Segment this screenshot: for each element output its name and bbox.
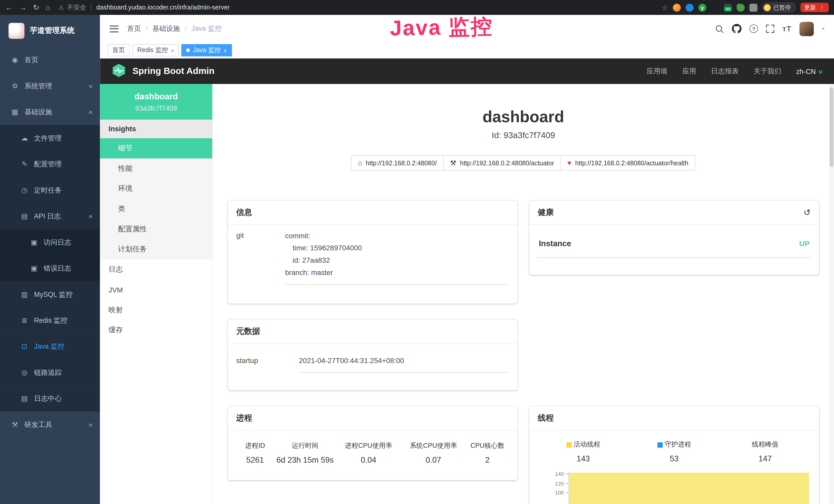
infrastructure-icon: ▦	[10, 108, 19, 116]
sidebar-item-system-management[interactable]: ⚙ 系统管理 ∨	[0, 73, 100, 99]
extension-icon-green-y[interactable]: y	[698, 3, 706, 11]
scrollbar-thumb[interactable]	[830, 87, 833, 167]
sba-section-insights: Insights	[100, 120, 212, 138]
sidebar-item-file-management[interactable]: ☁ 文件管理	[0, 125, 100, 151]
sidebar-item-config-management[interactable]: ✎ 配置管理	[0, 151, 100, 177]
sba-instance-block[interactable]: dashboard 93a3fc7f7409	[100, 84, 212, 120]
caret-down-icon[interactable]: ▾	[822, 26, 824, 31]
sba-nav-about[interactable]: 关于我们	[753, 67, 781, 76]
sba-item-mappings[interactable]: 映射	[100, 300, 212, 320]
chart-y-axis: 140 120 100	[538, 472, 569, 504]
card-title: 元数据	[236, 326, 260, 336]
annotation-java-monitor: Java 监控	[390, 12, 493, 43]
bookmark-star-icon[interactable]: ☆	[662, 3, 668, 11]
link-actuator-url[interactable]: ⚒ http://192.168.0.2:48080/actuator	[443, 155, 561, 171]
link-url: http://192.168.0.2:48080/actuator	[460, 159, 554, 167]
hamburger-icon[interactable]	[110, 25, 119, 32]
sidebar-item-error-logs[interactable]: ▣ 错误日志	[0, 255, 100, 281]
close-icon[interactable]: ×	[171, 47, 174, 53]
sidebar-item-log-center[interactable]: ▤ 日志中心	[0, 385, 100, 411]
browser-menu-icon[interactable]: ⋮	[819, 4, 825, 11]
history-icon[interactable]: ↺	[804, 207, 811, 217]
help-icon[interactable]: ?	[749, 24, 758, 33]
extension-icon-on[interactable]: on	[724, 3, 732, 11]
fullscreen-icon[interactable]	[766, 24, 774, 33]
tab-java-monitor[interactable]: Java 监控 ×	[182, 44, 232, 56]
log-icon: ▣	[30, 238, 38, 246]
tab-redis-monitor[interactable]: Redis 监控 ×	[133, 44, 179, 56]
sidebar-item-api-logs[interactable]: ▤ API 日志 ∧	[0, 203, 100, 229]
avatar[interactable]	[799, 22, 814, 36]
extension-icon-blue-drop[interactable]	[685, 3, 694, 11]
sidebar-item-dev-tools[interactable]: ⚒ 研发工具 ∨	[0, 412, 100, 437]
metadata-value: 2021-04-27T00:44:31.254+08:00	[299, 357, 509, 373]
chevron-up-icon: ∧	[88, 213, 93, 219]
home-icon: ⌂	[358, 159, 362, 167]
gear-icon: ⚙	[10, 82, 19, 90]
legend-label-row: 守护进程	[629, 440, 720, 449]
sidebar-item-scheduled-tasks[interactable]: ◷ 定时任务	[0, 177, 100, 203]
locale-selector[interactable]: zh-CN ∨	[796, 67, 822, 75]
back-icon[interactable]: ←	[5, 4, 13, 11]
chart-plot-area	[569, 472, 811, 504]
info-card-header: 信息	[227, 201, 518, 225]
extension-icon-leaf[interactable]	[737, 3, 745, 11]
scrollbar[interactable]	[829, 84, 834, 504]
tab-home[interactable]: 首页	[107, 44, 130, 56]
sba-item-performance[interactable]: 性能	[100, 158, 212, 179]
sba-item-details[interactable]: 细节	[100, 138, 212, 158]
sba-nav: 应用墙 应用 日志报表 关于我们 zh-CN ∨	[647, 67, 822, 76]
link-service-url[interactable]: ⌂ http://192.168.0.2:48080/	[351, 155, 444, 171]
sidebar-item-home[interactable]: ◉ 首页	[0, 47, 100, 73]
process-table: 进程ID 5261 运行时间 6d 23h 15m 59s 进程CPU使用率	[236, 441, 509, 464]
sba-nav-applications[interactable]: 应用	[682, 67, 696, 76]
health-card-body: Instance UP	[529, 225, 819, 269]
app-title: 芋道管理系统	[30, 26, 74, 36]
clock-icon: ◷	[20, 186, 29, 194]
sba-item-jvm[interactable]: JVM	[100, 280, 212, 300]
sba-nav-journal[interactable]: 日志报表	[711, 67, 739, 76]
sidebar-item-tracing[interactable]: ◎ 链路追踪	[0, 360, 100, 385]
sidebar-item-access-logs[interactable]: ▣ 访问日志	[0, 229, 100, 255]
refresh-icon[interactable]: ↻	[33, 4, 39, 11]
legend-peak-threads: 线程峰值 147	[720, 440, 811, 463]
sba-item-environment[interactable]: 环境	[100, 179, 212, 199]
breadcrumb-infrastructure[interactable]: 基础设施	[152, 24, 180, 33]
close-icon[interactable]: ×	[223, 47, 227, 53]
extensions-puzzle-icon[interactable]	[749, 3, 758, 11]
link-health-url[interactable]: ♥ http://192.168.0.2:48080/actuator/heal…	[561, 155, 695, 171]
sba-nav-wallboard[interactable]: 应用墙	[647, 67, 667, 76]
breadcrumb-home[interactable]: 首页	[127, 24, 141, 33]
extension-icon-orange[interactable]	[673, 3, 681, 11]
sba-item-caches[interactable]: 缓存	[100, 320, 212, 340]
legend-daemon-threads: 守护进程 53	[629, 440, 720, 463]
update-button[interactable]: 更新 ⋮	[800, 3, 829, 12]
process-value-cell: 5261	[236, 455, 274, 464]
sba-item-classes[interactable]: 类	[100, 199, 212, 219]
sidebar-item-label: 基础设施	[24, 107, 52, 117]
health-card-header: 健康 ↺	[529, 201, 819, 225]
github-icon[interactable]	[732, 24, 742, 33]
sidebar-item-mysql-monitor[interactable]: ▥ MySQL 监控	[0, 281, 100, 307]
search-icon[interactable]	[715, 24, 724, 33]
sidebar-item-java-monitor[interactable]: ⊡ Java 监控	[0, 333, 100, 359]
sba-item-scheduled-tasks[interactable]: 计划任务	[100, 239, 212, 259]
address-bar[interactable]: ⚠ 不安全 dashboard.yudao.iocoder.cn/infra/a…	[59, 3, 229, 12]
database-icon: ▥	[20, 290, 29, 298]
paused-badge[interactable]: 已暂停	[762, 3, 795, 12]
sidebar-item-infrastructure[interactable]: ▦ 基础设施 ∧	[0, 99, 100, 125]
forward-icon[interactable]: →	[19, 4, 27, 11]
sidebar-item-redis-monitor[interactable]: ≣ Redis 监控	[0, 307, 100, 333]
sba-item-config-properties[interactable]: 配置属性	[100, 219, 212, 239]
sba-item-logs[interactable]: 日志	[100, 259, 212, 280]
header-actions: ? тT ▾	[715, 22, 824, 36]
locale-label: zh-CN	[796, 67, 816, 75]
tab-label: Java 监控	[193, 46, 221, 55]
chevron-down-icon: ∨	[88, 83, 93, 89]
app-sidebar: 芋道管理系统 ◉ 首页 ⚙ 系统管理 ∨ ▦ 基础设施 ∧ ☁ 文件管理 ✎ 配…	[0, 15, 100, 504]
home-icon[interactable]: ⌂	[46, 4, 50, 11]
tab-label: 首页	[112, 46, 125, 55]
breadcrumb-separator: /	[146, 25, 148, 32]
font-size-icon[interactable]: тT	[782, 24, 792, 33]
health-row[interactable]: Instance UP	[538, 237, 811, 258]
